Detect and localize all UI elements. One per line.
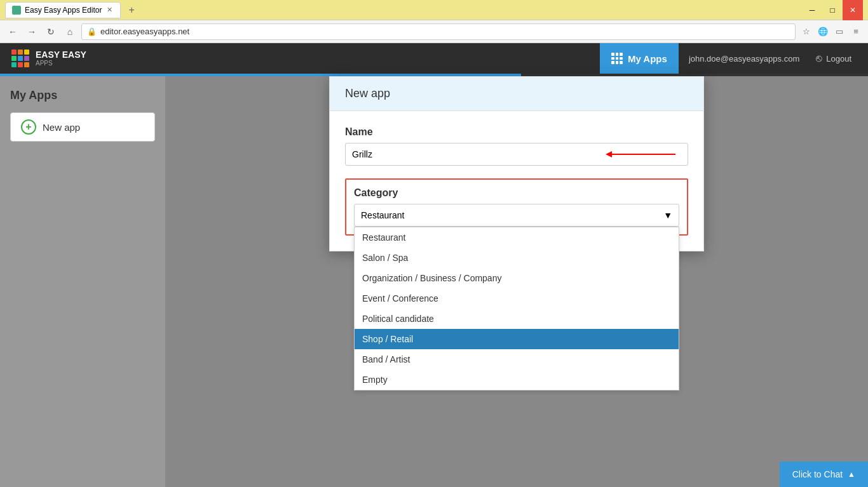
bookmark-button[interactable]: ☆ (799, 25, 813, 39)
plus-icon: + (21, 119, 36, 135)
new-app-button[interactable]: + New app (10, 112, 155, 142)
back-button[interactable]: ← (5, 24, 20, 39)
logo-cell (24, 50, 29, 55)
logo-subtitle: APPS (36, 60, 86, 67)
category-select-display[interactable]: Restaurant ▼ (354, 204, 679, 227)
new-app-label: New app (43, 122, 80, 133)
grid-dot (620, 57, 623, 60)
logo-cell (11, 56, 17, 61)
tab-favicon (12, 6, 21, 15)
category-selected-value: Restaurant (361, 210, 404, 220)
grid-dot (611, 61, 614, 64)
tab-bar: Easy Easy Apps Editor ✕ + (5, 2, 140, 18)
modal-title: New app (345, 87, 390, 100)
dropdown-item-shop[interactable]: Shop / Retail (355, 329, 679, 349)
logo-cell (18, 56, 23, 61)
svg-marker-1 (606, 151, 612, 157)
category-label: Category (354, 187, 679, 199)
grid-dot (616, 53, 619, 56)
user-email: john.doe@easyeasyapps.com (679, 54, 810, 63)
red-arrow-indicator (606, 148, 682, 161)
browser-tab[interactable]: Easy Easy Apps Editor ✕ (5, 2, 121, 18)
grid-dot (620, 53, 623, 56)
dropdown-item-political[interactable]: Political candidate (355, 309, 679, 329)
logo-text-wrapper: EASY EASY APPS (36, 50, 86, 67)
dropdown-item-empty[interactable]: Empty (355, 370, 679, 390)
modal-body: Name Category Restaurant (330, 111, 703, 251)
browser-toolbar-icons: ☆ 🌐 ▭ ≡ (799, 25, 863, 39)
my-apps-button[interactable]: My Apps (600, 43, 679, 74)
logo-title: EASY EASY (36, 50, 86, 60)
name-field-group: Name (345, 126, 688, 166)
sidebar: My Apps + New app (0, 76, 165, 487)
back-icon: ← (8, 27, 17, 37)
dropdown-item-organization[interactable]: Organization / Business / Company (355, 268, 679, 288)
logout-button[interactable]: ⎋ Logout (810, 53, 858, 64)
browser-toolbar: ← → ↻ ⌂ 🔒 editor.easyeasyapps.net ☆ 🌐 ▭ … (0, 20, 868, 43)
dropdown-item-restaurant[interactable]: Restaurant (355, 227, 679, 248)
grid-dot (611, 53, 614, 56)
logo-cell (18, 50, 23, 55)
sidebar-title: My Apps (10, 89, 155, 102)
logout-label: Logout (826, 54, 851, 63)
category-dropdown-menu: Restaurant Salon / Spa Organization / Bu… (354, 227, 679, 390)
forward-button[interactable]: → (24, 24, 39, 39)
tab-close-button[interactable]: ✕ (105, 6, 114, 14)
content-area: New app Name Category (165, 76, 868, 487)
my-apps-grid-icon (611, 53, 623, 64)
dropdown-arrow-icon: ▼ (663, 210, 672, 220)
chat-button-label: Click to Chat (792, 469, 843, 479)
app-logo: EASY EASY APPS (10, 48, 86, 69)
home-button[interactable]: ⌂ (62, 24, 78, 39)
menu-button[interactable]: ≡ (849, 25, 863, 39)
main-content: My Apps + New app New app Name (0, 76, 868, 487)
name-label: Name (345, 126, 688, 138)
logo-cell (11, 62, 17, 67)
maximize-button[interactable]: □ (822, 0, 843, 20)
click-to-chat-button[interactable]: Click to Chat ▲ (780, 462, 868, 487)
forward-icon: → (27, 27, 36, 37)
new-tab-button[interactable]: + (123, 2, 139, 18)
close-button[interactable]: ✕ (843, 0, 863, 20)
refresh-icon: ↻ (47, 27, 55, 37)
modal-header: New app (330, 77, 703, 111)
dropdown-item-band[interactable]: Band / Artist (355, 349, 679, 370)
globe-button[interactable]: 🌐 (816, 25, 830, 39)
dropdown-item-salon[interactable]: Salon / Spa (355, 248, 679, 268)
new-app-modal: New app Name Category (329, 76, 704, 251)
grid-dot (611, 57, 614, 60)
name-input-wrapper (345, 143, 688, 166)
browser-titlebar: Easy Easy Apps Editor ✕ + ─ □ ✕ (0, 0, 868, 20)
home-icon: ⌂ (67, 27, 72, 37)
sidebar-toggle-button[interactable]: ▭ (832, 25, 846, 39)
chat-chevron-icon: ▲ (848, 470, 855, 479)
category-section: Category Restaurant ▼ Restaurant Salon /… (345, 178, 688, 236)
address-text: editor.easyeasyapps.net (100, 27, 189, 36)
logo-cell (24, 62, 29, 67)
category-select-wrapper: Restaurant ▼ Restaurant Salon / Spa Orga… (354, 204, 679, 227)
header-nav: My Apps john.doe@easyeasyapps.com ⎋ Logo… (600, 43, 858, 74)
logo-cell (24, 56, 29, 61)
tab-title: Easy Easy Apps Editor (25, 6, 102, 15)
my-apps-label: My Apps (628, 53, 667, 64)
logo-cell (18, 62, 23, 67)
grid-dot (620, 61, 623, 64)
app-header: EASY EASY APPS My Apps john.doe@easyeasy… (0, 43, 868, 74)
dropdown-item-event[interactable]: Event / Conference (355, 288, 679, 309)
refresh-button[interactable]: ↻ (43, 24, 58, 39)
minimize-button[interactable]: ─ (802, 0, 822, 20)
window-controls: ─ □ ✕ (802, 0, 863, 20)
logo-grid-icon (10, 48, 31, 69)
logout-icon: ⎋ (816, 53, 822, 64)
lock-icon: 🔒 (87, 27, 97, 36)
logo-cell (11, 50, 17, 55)
grid-dot (616, 61, 619, 64)
grid-dot (616, 57, 619, 60)
address-bar[interactable]: 🔒 editor.easyeasyapps.net (81, 23, 796, 40)
